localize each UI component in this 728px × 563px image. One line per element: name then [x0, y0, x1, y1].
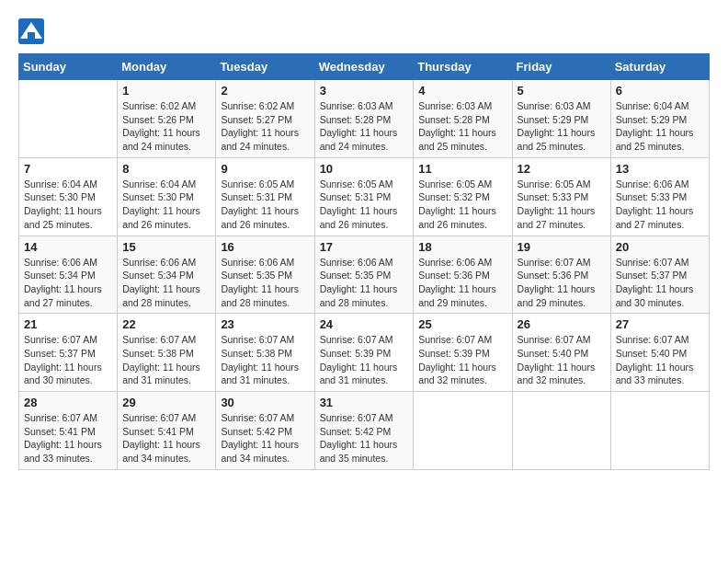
day-number: 13 [616, 162, 704, 176]
day-content: Sunrise: 6:02 AM Sunset: 5:27 PM Dayligh… [221, 99, 309, 154]
calendar-cell: 19Sunrise: 6:07 AM Sunset: 5:36 PM Dayli… [512, 236, 610, 314]
calendar-cell: 30Sunrise: 6:07 AM Sunset: 5:42 PM Dayli… [216, 392, 314, 470]
calendar-cell: 4Sunrise: 6:03 AM Sunset: 5:28 PM Daylig… [414, 80, 512, 158]
day-content: Sunrise: 6:07 AM Sunset: 5:36 PM Dayligh… [518, 256, 606, 310]
day-content: Sunrise: 6:05 AM Sunset: 5:32 PM Dayligh… [418, 178, 506, 232]
weekday-header: Monday [118, 54, 216, 80]
day-content: Sunrise: 6:07 AM Sunset: 5:42 PM Dayligh… [221, 411, 309, 465]
day-content: Sunrise: 6:07 AM Sunset: 5:41 PM Dayligh… [122, 411, 210, 465]
calendar-table: SundayMondayTuesdayWednesdayThursdayFrid… [18, 53, 710, 470]
calendar-cell: 31Sunrise: 6:07 AM Sunset: 5:42 PM Dayli… [314, 392, 414, 470]
day-number: 17 [320, 240, 409, 254]
day-number: 14 [24, 240, 112, 254]
day-number: 27 [616, 317, 704, 331]
day-number: 25 [418, 317, 506, 331]
day-content: Sunrise: 6:07 AM Sunset: 5:41 PM Dayligh… [24, 411, 112, 465]
day-number: 1 [122, 84, 210, 98]
day-number: 4 [418, 84, 506, 98]
calendar-cell: 1Sunrise: 6:02 AM Sunset: 5:26 PM Daylig… [118, 80, 216, 158]
calendar-cell [19, 80, 118, 158]
day-content: Sunrise: 6:04 AM Sunset: 5:30 PM Dayligh… [122, 178, 210, 232]
day-number: 15 [122, 240, 210, 254]
day-content: Sunrise: 6:03 AM Sunset: 5:28 PM Dayligh… [320, 99, 409, 154]
calendar-cell: 17Sunrise: 6:06 AM Sunset: 5:35 PM Dayli… [314, 236, 414, 314]
calendar-cell: 9Sunrise: 6:05 AM Sunset: 5:31 PM Daylig… [216, 157, 314, 236]
logo-icon [18, 18, 44, 44]
day-number: 23 [221, 317, 309, 331]
calendar-cell [512, 392, 610, 470]
day-number: 5 [518, 84, 606, 98]
day-content: Sunrise: 6:07 AM Sunset: 5:40 PM Dayligh… [518, 333, 606, 387]
day-content: Sunrise: 6:05 AM Sunset: 5:31 PM Dayligh… [221, 178, 309, 232]
day-number: 21 [24, 317, 112, 331]
calendar-cell: 20Sunrise: 6:07 AM Sunset: 5:37 PM Dayli… [610, 236, 709, 314]
calendar-cell [610, 392, 709, 470]
calendar-week-row: 1Sunrise: 6:02 AM Sunset: 5:26 PM Daylig… [19, 80, 710, 158]
day-content: Sunrise: 6:05 AM Sunset: 5:31 PM Dayligh… [320, 178, 409, 232]
day-content: Sunrise: 6:07 AM Sunset: 5:37 PM Dayligh… [616, 256, 704, 310]
weekday-header: Wednesday [314, 54, 414, 80]
day-number: 18 [418, 240, 506, 254]
calendar-cell: 15Sunrise: 6:06 AM Sunset: 5:34 PM Dayli… [118, 236, 216, 314]
page-header [18, 18, 710, 44]
day-content: Sunrise: 6:07 AM Sunset: 5:38 PM Dayligh… [221, 333, 309, 387]
day-content: Sunrise: 6:06 AM Sunset: 5:36 PM Dayligh… [418, 256, 506, 310]
day-content: Sunrise: 6:06 AM Sunset: 5:33 PM Dayligh… [616, 178, 704, 232]
calendar-cell: 12Sunrise: 6:05 AM Sunset: 5:33 PM Dayli… [512, 157, 610, 236]
day-number: 7 [24, 162, 112, 176]
day-content: Sunrise: 6:02 AM Sunset: 5:26 PM Dayligh… [122, 99, 210, 154]
weekday-header: Sunday [19, 54, 118, 80]
calendar-week-row: 21Sunrise: 6:07 AM Sunset: 5:37 PM Dayli… [19, 314, 710, 392]
calendar-cell: 13Sunrise: 6:06 AM Sunset: 5:33 PM Dayli… [610, 157, 709, 236]
day-content: Sunrise: 6:04 AM Sunset: 5:29 PM Dayligh… [616, 99, 704, 154]
day-content: Sunrise: 6:04 AM Sunset: 5:30 PM Dayligh… [24, 178, 112, 232]
day-content: Sunrise: 6:07 AM Sunset: 5:42 PM Dayligh… [320, 411, 409, 465]
calendar-cell: 26Sunrise: 6:07 AM Sunset: 5:40 PM Dayli… [512, 314, 610, 392]
weekday-header: Friday [512, 54, 610, 80]
calendar-cell: 18Sunrise: 6:06 AM Sunset: 5:36 PM Dayli… [414, 236, 512, 314]
logo [18, 18, 48, 44]
day-number: 8 [122, 162, 210, 176]
day-content: Sunrise: 6:06 AM Sunset: 5:35 PM Dayligh… [221, 256, 309, 310]
calendar-week-row: 7Sunrise: 6:04 AM Sunset: 5:30 PM Daylig… [19, 157, 710, 236]
day-number: 9 [221, 162, 309, 176]
day-number: 11 [418, 162, 506, 176]
calendar-cell: 25Sunrise: 6:07 AM Sunset: 5:39 PM Dayli… [414, 314, 512, 392]
calendar-week-row: 14Sunrise: 6:06 AM Sunset: 5:34 PM Dayli… [19, 236, 710, 314]
day-content: Sunrise: 6:07 AM Sunset: 5:39 PM Dayligh… [320, 333, 409, 387]
calendar-week-row: 28Sunrise: 6:07 AM Sunset: 5:41 PM Dayli… [19, 392, 710, 470]
calendar-cell: 16Sunrise: 6:06 AM Sunset: 5:35 PM Dayli… [216, 236, 314, 314]
day-number: 10 [320, 162, 409, 176]
day-number: 30 [221, 396, 309, 409]
calendar-cell: 27Sunrise: 6:07 AM Sunset: 5:40 PM Dayli… [610, 314, 709, 392]
calendar-cell [414, 392, 512, 470]
calendar-cell: 11Sunrise: 6:05 AM Sunset: 5:32 PM Dayli… [414, 157, 512, 236]
calendar-cell: 6Sunrise: 6:04 AM Sunset: 5:29 PM Daylig… [610, 80, 709, 158]
day-content: Sunrise: 6:07 AM Sunset: 5:40 PM Dayligh… [616, 333, 704, 387]
weekday-header: Thursday [414, 54, 512, 80]
day-content: Sunrise: 6:06 AM Sunset: 5:35 PM Dayligh… [320, 256, 409, 310]
day-content: Sunrise: 6:03 AM Sunset: 5:28 PM Dayligh… [418, 99, 506, 154]
calendar-cell: 22Sunrise: 6:07 AM Sunset: 5:38 PM Dayli… [118, 314, 216, 392]
day-content: Sunrise: 6:07 AM Sunset: 5:38 PM Dayligh… [122, 333, 210, 387]
calendar-cell: 2Sunrise: 6:02 AM Sunset: 5:27 PM Daylig… [216, 80, 314, 158]
day-content: Sunrise: 6:06 AM Sunset: 5:34 PM Dayligh… [122, 256, 210, 310]
day-number: 26 [518, 317, 606, 331]
day-number: 19 [518, 240, 606, 254]
day-number: 2 [221, 84, 309, 98]
weekday-header: Saturday [610, 54, 709, 80]
calendar-cell: 8Sunrise: 6:04 AM Sunset: 5:30 PM Daylig… [118, 157, 216, 236]
svg-rect-2 [28, 32, 35, 39]
calendar-cell: 7Sunrise: 6:04 AM Sunset: 5:30 PM Daylig… [19, 157, 118, 236]
calendar-cell: 10Sunrise: 6:05 AM Sunset: 5:31 PM Dayli… [314, 157, 414, 236]
day-content: Sunrise: 6:07 AM Sunset: 5:39 PM Dayligh… [418, 333, 506, 387]
calendar-cell: 14Sunrise: 6:06 AM Sunset: 5:34 PM Dayli… [19, 236, 118, 314]
day-number: 6 [616, 84, 704, 98]
weekday-header: Tuesday [216, 54, 314, 80]
day-content: Sunrise: 6:06 AM Sunset: 5:34 PM Dayligh… [24, 256, 112, 310]
calendar-cell: 24Sunrise: 6:07 AM Sunset: 5:39 PM Dayli… [314, 314, 414, 392]
calendar-cell: 21Sunrise: 6:07 AM Sunset: 5:37 PM Dayli… [19, 314, 118, 392]
calendar-cell: 23Sunrise: 6:07 AM Sunset: 5:38 PM Dayli… [216, 314, 314, 392]
day-number: 16 [221, 240, 309, 254]
day-content: Sunrise: 6:03 AM Sunset: 5:29 PM Dayligh… [518, 99, 606, 154]
